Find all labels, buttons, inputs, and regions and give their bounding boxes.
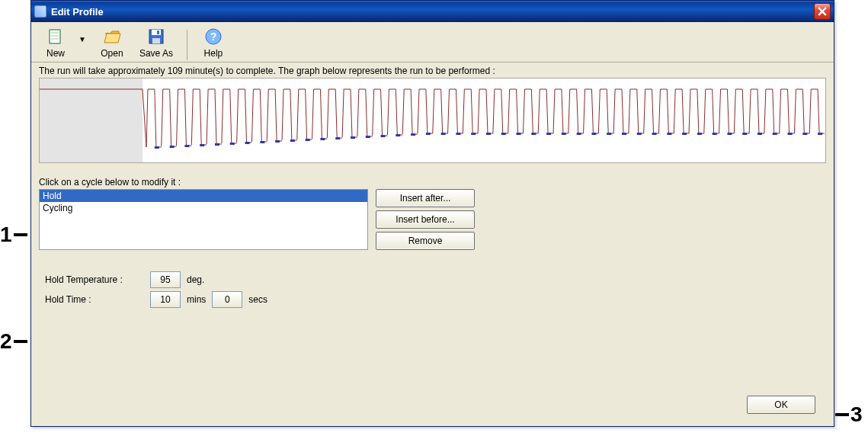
svg-rect-30 — [486, 133, 491, 135]
svg-rect-23 — [381, 135, 386, 137]
svg-rect-18 — [306, 139, 310, 141]
svg-rect-31 — [501, 133, 506, 135]
svg-rect-47 — [742, 133, 747, 135]
titlebar[interactable]: Edit Profile — [31, 1, 834, 22]
annotation-dash — [835, 413, 849, 416]
svg-rect-11 — [200, 144, 204, 146]
new-button[interactable]: New — [37, 25, 74, 60]
svg-rect-28 — [456, 133, 460, 135]
help-label: Help — [204, 48, 223, 59]
click-cycle-label: Click on a cycle below to modify it : — [39, 177, 826, 188]
svg-rect-0 — [50, 30, 60, 43]
svg-rect-15 — [260, 141, 264, 143]
open-label: Open — [101, 48, 123, 59]
remove-button[interactable]: Remove — [376, 232, 475, 250]
hold-temp-unit: deg. — [187, 274, 204, 285]
cycle-listbox[interactable]: Hold Cycling — [39, 189, 368, 250]
close-button[interactable] — [814, 3, 831, 20]
svg-rect-32 — [517, 133, 521, 135]
svg-rect-24 — [396, 134, 400, 136]
save-as-button[interactable]: Save As — [133, 25, 179, 60]
ok-button[interactable]: OK — [747, 396, 815, 414]
svg-rect-46 — [727, 133, 732, 135]
profile-graph[interactable] — [39, 78, 826, 163]
svg-rect-20 — [335, 137, 340, 139]
hold-temp-label: Hold Temperature : — [45, 274, 144, 285]
svg-rect-36 — [577, 133, 581, 135]
new-dropdown-arrow[interactable]: ▼ — [78, 35, 86, 43]
svg-rect-49 — [773, 133, 777, 135]
hold-time-label: Hold Time : — [45, 294, 144, 305]
svg-rect-40 — [637, 133, 642, 135]
new-icon — [46, 27, 66, 46]
save-icon — [146, 27, 166, 46]
insert-before-button[interactable]: Insert before... — [376, 210, 475, 229]
svg-rect-48 — [757, 133, 762, 135]
hold-mins-input[interactable]: 10 — [150, 291, 181, 308]
svg-text:?: ? — [210, 30, 217, 43]
svg-rect-41 — [652, 133, 657, 135]
open-icon — [102, 27, 122, 46]
hold-secs-unit: secs — [248, 294, 267, 305]
help-icon: ? — [203, 27, 223, 46]
annotation-dash — [14, 340, 27, 343]
window-title: Edit Profile — [51, 6, 814, 18]
svg-rect-17 — [290, 139, 295, 142]
svg-rect-27 — [441, 133, 446, 135]
svg-rect-25 — [411, 133, 415, 136]
svg-rect-9 — [170, 146, 175, 148]
svg-rect-33 — [531, 133, 536, 135]
svg-rect-13 — [230, 143, 235, 145]
app-icon — [34, 5, 46, 18]
svg-rect-29 — [471, 133, 476, 135]
annotation-2: 2 — [0, 329, 12, 354]
svg-rect-45 — [713, 133, 717, 135]
svg-rect-34 — [546, 133, 551, 135]
list-item-cycling[interactable]: Cycling — [40, 202, 367, 214]
toolbar: New ▼ Open Save As ? Help — [31, 22, 834, 63]
svg-rect-42 — [667, 133, 671, 135]
edit-profile-window: Edit Profile New ▼ Open Save As — [30, 0, 834, 427]
svg-rect-4 — [157, 30, 159, 34]
svg-rect-37 — [591, 133, 596, 135]
svg-rect-14 — [245, 142, 250, 144]
annotation-3: 3 — [850, 402, 863, 427]
svg-rect-2 — [152, 30, 161, 35]
help-button[interactable]: ? Help — [195, 25, 232, 60]
svg-rect-22 — [366, 136, 370, 138]
list-item-hold[interactable]: Hold — [40, 190, 367, 202]
close-icon — [818, 7, 827, 16]
run-info-text: The run will take approximately 109 minu… — [39, 66, 826, 76]
svg-rect-12 — [215, 143, 219, 146]
svg-rect-10 — [184, 145, 189, 147]
svg-rect-19 — [320, 138, 325, 140]
svg-rect-21 — [351, 136, 355, 139]
hold-temp-input[interactable]: 95 — [150, 271, 181, 288]
svg-rect-39 — [622, 133, 626, 135]
hold-secs-input[interactable]: 0 — [212, 291, 242, 308]
annotation-1: 1 — [0, 223, 12, 247]
insert-after-button[interactable]: Insert after... — [376, 189, 475, 207]
svg-rect-8 — [155, 146, 159, 149]
hold-mins-unit: mins — [187, 294, 206, 305]
hold-parameters: Hold Temperature : 95 deg. Hold Time : 1… — [39, 264, 313, 317]
svg-rect-50 — [788, 133, 793, 135]
svg-rect-16 — [275, 140, 280, 143]
content-area: The run will take approximately 109 minu… — [31, 63, 834, 323]
new-label: New — [46, 48, 65, 59]
svg-rect-26 — [426, 133, 431, 135]
svg-rect-3 — [152, 38, 160, 43]
svg-rect-51 — [802, 133, 807, 135]
annotation-dash — [14, 233, 27, 236]
open-button[interactable]: Open — [94, 25, 130, 60]
svg-rect-38 — [607, 133, 611, 135]
svg-rect-52 — [818, 133, 822, 135]
toolbar-separator — [187, 30, 187, 60]
graph-svg — [40, 79, 826, 163]
svg-rect-35 — [562, 133, 566, 135]
svg-rect-44 — [697, 133, 702, 135]
svg-rect-43 — [682, 133, 687, 135]
save-as-label: Save As — [139, 48, 173, 59]
